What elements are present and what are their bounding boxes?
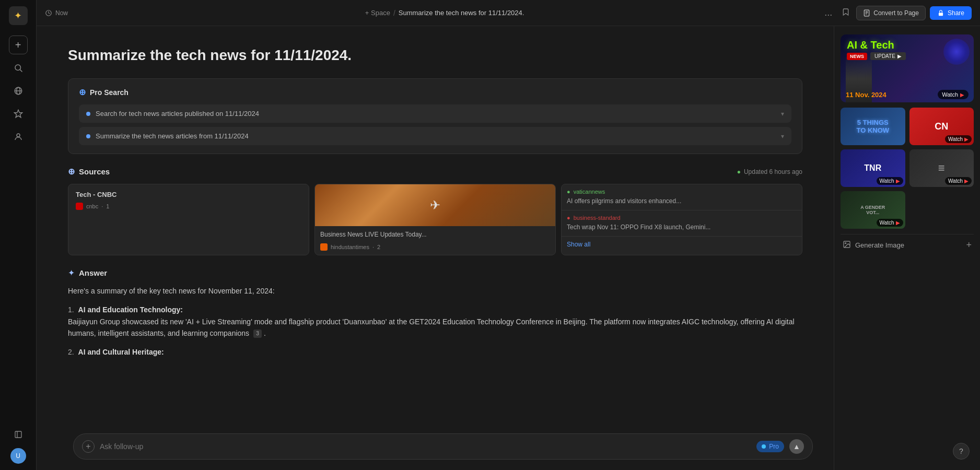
- vatican-desc: AI offers pilgrims and visitors enhanced…: [567, 197, 797, 206]
- video-card-5things[interactable]: 5 THINGSTO KNOW: [841, 108, 905, 145]
- list-text-1: Baijiayun Group showcased its new 'AI + …: [68, 318, 795, 337]
- video-card-tnr[interactable]: TNR Watch ▶: [841, 149, 905, 187]
- source-card-ht[interactable]: ✈ Business News LIVE Updates Today... hi…: [314, 184, 556, 255]
- share-button[interactable]: Share: [930, 6, 972, 20]
- topbar-user: Now: [45, 9, 68, 17]
- sources-section: ⊕ Sources ● Updated 6 hours ago Tech - C…: [68, 167, 802, 255]
- cn-watch-label: Watch: [948, 136, 963, 142]
- sidebar: ✦ + U: [0, 0, 37, 470]
- convert-to-page-button[interactable]: Convert to Page: [856, 6, 926, 20]
- gender-play-icon: ▶: [896, 220, 900, 226]
- cn-watch-overlay[interactable]: Watch ▶: [945, 135, 972, 143]
- list-watch-overlay[interactable]: Watch ▶: [945, 177, 972, 185]
- video-overlay: AI & Tech NEWS UPDATE ▶ 11 Nov. 2024: [841, 34, 974, 102]
- video-title-badge: AI & Tech NEWS UPDATE ▶: [841, 34, 974, 65]
- ht-count: 2: [377, 244, 380, 250]
- list-num-1: 1.: [68, 306, 74, 314]
- sidebar-item-search[interactable]: [9, 58, 28, 77]
- ht-favicon: [320, 243, 328, 251]
- app-logo[interactable]: ✦: [9, 6, 28, 25]
- ht-title: Business News LIVE Updates Today...: [320, 230, 550, 239]
- generate-plus-button[interactable]: +: [966, 240, 972, 251]
- tnr-play-icon: ▶: [896, 178, 900, 184]
- updated-badge: ● Updated 6 hours ago: [737, 168, 802, 175]
- news-badge-line: NEWS UPDATE ▶: [847, 52, 967, 60]
- ht-footer: hindustantimes · 2: [315, 243, 555, 255]
- clock-icon: [45, 9, 52, 17]
- source-card-cnbc[interactable]: Tech - CNBC cnbc · 1: [68, 184, 309, 255]
- cnbc-label: cnbc: [86, 203, 98, 209]
- answer-section: ✦ Answer Here's a summary of the key tec…: [68, 268, 802, 358]
- list-heading-2: AI and Cultural Heritage:: [78, 348, 164, 356]
- generate-image-row[interactable]: Generate Image +: [841, 234, 974, 256]
- svg-point-6: [17, 134, 20, 137]
- updated-dot: ●: [737, 168, 741, 175]
- follow-up-add-button[interactable]: +: [82, 440, 95, 453]
- send-button[interactable]: ▲: [789, 439, 804, 454]
- breadcrumb-slash: /: [393, 9, 395, 17]
- list-watch-label: Watch: [948, 178, 963, 184]
- cnbc-favicon: [76, 203, 83, 210]
- svg-rect-7: [15, 431, 21, 438]
- search-step-2[interactable]: Summarize the tech news articles from 11…: [79, 127, 791, 145]
- sidebar-item-globe[interactable]: [9, 81, 28, 100]
- page-title: Summarize the tech news for 11/11/2024.: [68, 47, 802, 64]
- main-area: Now + Space / Summarize the tech news fo…: [37, 0, 980, 470]
- video-date: 11 Nov. 2024: [846, 91, 886, 99]
- ai-tech-title: AI & Tech: [847, 40, 967, 50]
- video-card-gender[interactable]: A GENDERVOT... Watch ▶: [841, 191, 905, 229]
- pro-search-box: ⊕ Pro Search Search for tech news articl…: [68, 78, 802, 154]
- main-video-thumbnail: AI & Tech NEWS UPDATE ▶ 11 Nov. 2024: [841, 34, 974, 102]
- user-avatar[interactable]: U: [10, 448, 26, 464]
- main-watch-button[interactable]: Watch ▶: [938, 90, 969, 99]
- answer-list: 1. AI and Education Technology: Baijiayu…: [68, 304, 802, 358]
- gender-watch-overlay[interactable]: Watch ▶: [877, 219, 903, 227]
- source-name-cnbc: Tech - CNBC: [76, 191, 301, 198]
- help-button[interactable]: ?: [953, 443, 970, 460]
- svg-point-0: [15, 65, 21, 70]
- sources-label: Sources: [79, 167, 110, 176]
- thumb-plane-graphic: ✈: [315, 184, 555, 226]
- topbar-actions: ... Convert to Page Share: [821, 5, 972, 20]
- tnr-watch-overlay[interactable]: Watch ▶: [877, 177, 903, 185]
- source-card-multi[interactable]: ● vaticannews AI offers pilgrims and vis…: [561, 184, 802, 255]
- pro-badge[interactable]: Pro: [756, 441, 784, 452]
- gender-watch-label: Watch: [880, 220, 894, 226]
- topbar: Now + Space / Summarize the tech news fo…: [37, 0, 980, 26]
- 5things-label: 5 THINGSTO KNOW: [856, 119, 889, 134]
- answer-header: ✦ Answer: [68, 268, 802, 278]
- sources-icon: ⊕: [68, 167, 75, 177]
- multi-item-1: ● vaticannews AI offers pilgrims and vis…: [562, 184, 802, 210]
- arrow-symbol: ▶: [897, 53, 902, 59]
- update-label: UPDATE: [874, 53, 895, 59]
- video-grid: 5 THINGSTO KNOW CN Watch ▶ TNR: [841, 108, 974, 229]
- step-1-chevron: ▾: [781, 110, 784, 118]
- pro-search-title: Pro Search: [90, 88, 129, 97]
- vatican-dot: ●: [567, 189, 570, 195]
- more-options-button[interactable]: ...: [821, 5, 835, 20]
- main-video-card[interactable]: AI & Tech NEWS UPDATE ▶ 11 Nov. 2024: [841, 34, 974, 102]
- main-content: Summarize the tech news for 11/11/2024. …: [37, 26, 834, 470]
- svg-point-16: [845, 243, 846, 244]
- show-all-button[interactable]: Show all: [562, 237, 802, 252]
- vaticannews-label: ● vaticannews: [567, 189, 797, 195]
- follow-up-input[interactable]: [100, 442, 751, 451]
- bookmark-button[interactable]: [839, 6, 852, 20]
- sidebar-item-ai[interactable]: [9, 104, 28, 123]
- multi-item-2: ● business-standard Tech wrap Nov 11: OP…: [562, 210, 802, 237]
- bs-dot: ●: [567, 215, 570, 221]
- video-card-cn[interactable]: CN Watch ▶: [909, 108, 974, 145]
- sidebar-collapse-button[interactable]: [9, 425, 28, 444]
- convert-label: Convert to Page: [873, 9, 919, 17]
- answer-intro: Here's a summary of the key tech news fo…: [68, 285, 802, 297]
- sidebar-item-user[interactable]: [9, 127, 28, 146]
- gender-label: A GENDERVOT...: [858, 203, 887, 217]
- add-button[interactable]: +: [9, 36, 28, 54]
- sources-grid: Tech - CNBC cnbc · 1: [68, 184, 802, 255]
- list-icon: ≡: [938, 161, 945, 175]
- video-card-list[interactable]: ≡ Watch ▶: [909, 149, 974, 187]
- pro-search-icon: ⊕: [79, 87, 86, 97]
- search-step-1[interactable]: Search for tech news articles published …: [79, 104, 791, 123]
- now-label: Now: [55, 9, 68, 17]
- play-icon: ▶: [960, 92, 964, 98]
